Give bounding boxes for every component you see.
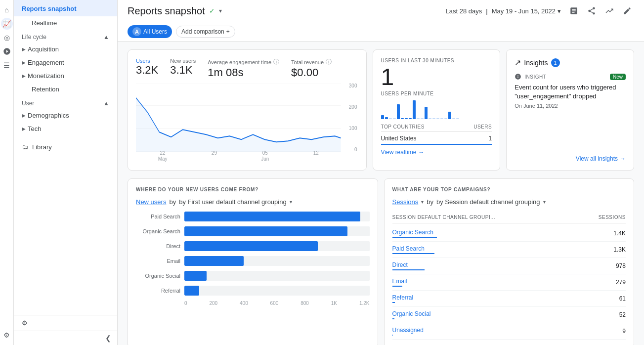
filter-bar: A All Users Add comparison +	[118, 22, 644, 42]
mini-bar-3	[389, 119, 392, 119]
mini-bar-14	[432, 119, 435, 119]
title-dropdown-icon[interactable]: ▾	[219, 7, 222, 14]
total-revenue-value: $0.00	[291, 66, 332, 79]
edit-button[interactable]	[620, 4, 634, 18]
sidebar-item-retention[interactable]: Retention	[14, 83, 117, 96]
sidebar-item-monetization[interactable]: ▶ Monetization	[14, 69, 117, 83]
add-comparison-button[interactable]: Add comparison +	[176, 26, 235, 38]
table-row: Paid Search 1.3K	[392, 242, 626, 258]
view-realtime-arrow-icon: →	[418, 149, 424, 156]
content-area: Users 3.2K New users 3.1K Average engage…	[118, 42, 644, 345]
mini-bar-7	[405, 118, 408, 119]
users-metric: Users 3.2K	[136, 58, 158, 79]
users-per-minute-label: USERS PER MINUTE	[381, 91, 492, 96]
add-comparison-icon: +	[226, 28, 230, 35]
insights-badge: 1	[551, 58, 560, 67]
sidebar-settings[interactable]: ⚙	[14, 315, 117, 331]
total-revenue-metric: Total revenue ⓘ $0.00	[291, 58, 332, 79]
mini-bar-9	[413, 100, 416, 119]
view-all-insights-link[interactable]: View all insights →	[576, 155, 626, 162]
mini-bar-1	[381, 115, 384, 119]
campaigns-metric-selector[interactable]: Sessions	[392, 198, 419, 206]
share-button[interactable]	[585, 4, 599, 18]
chart-x-labels: 22May 29 05Jun 12	[136, 150, 341, 162]
sidebar-item-acquisition[interactable]: ▶ Acquisition	[14, 43, 117, 56]
acquisition-arrow-icon: ▶	[22, 46, 26, 52]
sources-section-title: WHERE DO YOUR NEW USERS COME FROM?	[136, 187, 370, 192]
top-cards-row: Users 3.2K New users 3.1K Average engage…	[128, 49, 634, 171]
page-title-container: Reports snapshot ✓ ▾	[128, 5, 222, 17]
mini-bar-18	[448, 112, 451, 119]
insight-icon	[515, 73, 521, 80]
sidebar-item-engagement[interactable]: ▶ Engagement	[14, 56, 117, 69]
sidebar-section-lifecycle[interactable]: Life cycle ▲	[14, 30, 117, 43]
mini-bar-20	[456, 119, 459, 119]
top-campaigns-card: WHAT ARE YOUR TOP CAMPAIGNS? Sessions ▾ …	[384, 178, 635, 345]
mini-bar-13	[429, 119, 431, 119]
insights-card: ↗ Insights 1 INSIGHT New Event count for…	[506, 49, 634, 171]
sidebar-section-user[interactable]: User ▲	[14, 96, 117, 109]
mini-bar-15	[436, 119, 439, 119]
sidebar-item-tech[interactable]: ▶ Tech	[14, 122, 117, 135]
sources-metric-selector[interactable]: New users	[136, 198, 166, 206]
bar-chart-x-labels: 0 200 400 600 800 1K 1.2K	[184, 301, 370, 306]
insight-item: INSIGHT New Event count for users who tr…	[515, 73, 626, 109]
chip-letter: A	[132, 27, 141, 36]
country-row-us: United States 1	[381, 135, 492, 142]
sidebar-collapse-button[interactable]: ❮	[14, 331, 117, 345]
sessions-dropdown-icon[interactable]: ▾	[421, 199, 424, 205]
date-dropdown-icon: ▾	[558, 7, 561, 15]
realtime-nav-icon[interactable]: ◎	[1, 32, 13, 43]
save-report-button[interactable]	[567, 4, 581, 18]
new-users-sources-card: WHERE DO YOUR NEW USERS COME FROM? New u…	[128, 178, 378, 345]
mini-bar-19	[452, 119, 455, 119]
users-value: 3.2K	[136, 64, 158, 77]
collapse-icon: ❮	[105, 334, 111, 342]
table-row: Organic Social 52	[392, 307, 626, 323]
sidebar-item-library[interactable]: 🗂 Library	[14, 139, 117, 155]
new-users-value: 3.1K	[170, 64, 196, 77]
campaigns-table-header: SESSION DEFAULT CHANNEL GROUPI... SESSIO…	[392, 212, 626, 223]
grouping-dropdown-icon[interactable]: ▾	[543, 199, 546, 205]
users-label: Users	[136, 58, 158, 64]
mini-bar-11	[421, 119, 424, 119]
table-row: Email 279	[392, 274, 626, 291]
sidebar: Reports snapshot Realtime Life cycle ▲ ▶…	[14, 0, 117, 315]
header-actions	[567, 4, 634, 18]
audience-nav-icon[interactable]	[1, 45, 13, 57]
country-bar-us	[381, 144, 492, 145]
view-realtime-link[interactable]: View realtime →	[381, 149, 492, 156]
avg-engagement-info-icon[interactable]: ⓘ	[273, 58, 279, 66]
svg-marker-4	[136, 98, 341, 152]
analytics-nav-icon[interactable]: 📈	[1, 18, 13, 30]
header-right: Last 28 days | May 19 - Jun 15, 2022 ▾	[446, 4, 634, 18]
settings-nav-icon[interactable]: ⚙	[1, 329, 13, 341]
mini-bar-5	[397, 104, 400, 119]
main-line-chart: 300 200 100 0 22May 29 05Jun 12	[136, 83, 358, 162]
lifecycle-chevron-icon: ▲	[103, 34, 109, 41]
realtime-value: 1	[381, 65, 492, 89]
top-countries-header: TOP COUNTRIES USERS	[381, 124, 492, 132]
sidebar-item-reports-snapshot[interactable]: Reports snapshot	[14, 0, 117, 16]
bar-referral: Referral	[136, 286, 370, 296]
insights-header: ↗ Insights 1	[515, 58, 626, 67]
trend-button[interactable]	[602, 4, 616, 18]
mini-bar-4	[393, 119, 396, 119]
all-users-chip[interactable]: A All Users	[128, 25, 172, 38]
date-range-selector[interactable]: Last 28 days | May 19 - Jun 15, 2022 ▾	[446, 7, 561, 15]
verified-icon: ✓	[209, 7, 215, 15]
insights-trend-icon: ↗	[515, 58, 521, 67]
total-revenue-info-icon[interactable]: ⓘ	[326, 58, 332, 66]
insight-text: Event count for users who triggered "use…	[515, 83, 626, 101]
reports-nav-icon[interactable]: ☰	[1, 59, 13, 71]
sidebar-item-demographics[interactable]: ▶ Demographics	[14, 109, 117, 122]
mini-bar-17	[444, 119, 447, 119]
chart-y-labels: 300 200 100 0	[343, 83, 358, 152]
sources-selector-arrow-icon[interactable]: ▾	[290, 199, 292, 205]
mini-bar-2	[385, 117, 388, 119]
user-chevron-icon: ▲	[103, 100, 109, 107]
sidebar-item-realtime[interactable]: Realtime	[14, 16, 117, 30]
library-icon: 🗂	[22, 143, 28, 151]
insight-tag-row: INSIGHT New	[515, 73, 626, 80]
home-nav-icon[interactable]: ⌂	[1, 4, 13, 16]
